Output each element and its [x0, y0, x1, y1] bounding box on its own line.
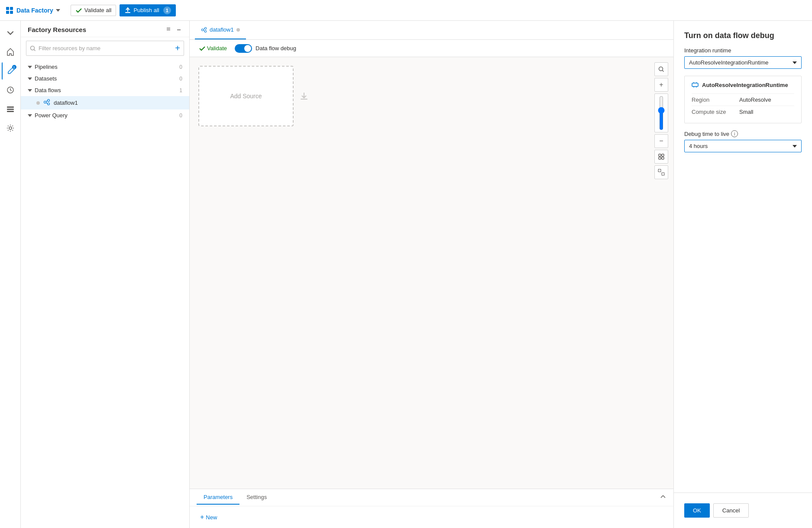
svg-point-18: [659, 67, 663, 71]
zoom-slider-container: [654, 93, 668, 132]
debug-panel-title: Turn on data flow debug: [674, 21, 812, 47]
svg-rect-8: [7, 111, 14, 112]
manage-icon: [6, 105, 15, 113]
settings-tab[interactable]: Settings: [239, 490, 274, 505]
publish-badge: 1: [163, 6, 171, 14]
right-panel-spacer: [674, 159, 812, 493]
integration-runtime-section: Integration runtime AutoResolveIntegrati…: [674, 47, 812, 76]
main-layout: 1 Factory Resources +: [0, 21, 812, 528]
svg-rect-6: [7, 106, 14, 108]
content-area: dataflow1 Validate Data flow debug: [190, 21, 673, 528]
powerquery-group-header[interactable]: Power Query 0: [21, 109, 189, 121]
fit-screen-icon: [658, 153, 665, 160]
canvas-select-btn[interactable]: [654, 165, 668, 179]
topbar: Data Factory Validate all Publish all 1: [0, 0, 812, 21]
sidebar-monitor-btn[interactable]: [2, 81, 19, 99]
collapse-icon: [165, 26, 172, 33]
canvas-zoom-out-btn[interactable]: −: [654, 134, 668, 148]
sidebar-expand-btn[interactable]: [2, 24, 19, 42]
svg-rect-7: [7, 109, 14, 110]
tab-unsaved-dot: [236, 28, 240, 32]
icon-sidebar: 1: [0, 21, 21, 528]
pipelines-group-header[interactable]: Pipelines 0: [21, 61, 189, 73]
svg-rect-19: [659, 154, 661, 156]
runtime-table: Region AutoResolve Compute size Small: [692, 93, 794, 118]
svg-rect-25: [692, 83, 698, 87]
datasets-group: Datasets 0: [21, 73, 189, 84]
svg-rect-24: [662, 173, 664, 175]
canvas-search-btn[interactable]: [654, 62, 668, 76]
add-source-box[interactable]: Add Source: [198, 66, 294, 126]
dataflow1-label: dataflow1: [54, 100, 78, 106]
powerquery-count: 0: [179, 113, 182, 119]
new-parameter-btn[interactable]: + New: [197, 512, 666, 523]
debug-ttl-select[interactable]: 1 hour 2 hours 4 hours 8 hours: [684, 140, 802, 152]
validate-btn[interactable]: Validate: [197, 43, 230, 53]
ok-button[interactable]: OK: [684, 503, 710, 518]
runtime-region-row: Region AutoResolve: [692, 94, 794, 106]
sidebar-settings-btn[interactable]: [2, 119, 19, 137]
powerquery-label: Power Query: [35, 112, 68, 119]
new-plus-icon: +: [200, 513, 204, 521]
app-chevron-icon: [56, 9, 60, 12]
add-source-label: Add Source: [230, 93, 262, 100]
canvas-toolbar: Validate Data flow debug: [190, 40, 673, 57]
canvas-area[interactable]: Add Source +: [190, 57, 673, 489]
arrow-down-icon: [299, 91, 309, 101]
bottom-panel-collapse-btn[interactable]: [660, 493, 666, 502]
datasets-group-header[interactable]: Datasets 0: [21, 73, 189, 84]
integration-runtime-select[interactable]: AutoResolveIntegrationRuntime: [684, 56, 802, 69]
dataflow1-item[interactable]: dataflow1: [21, 96, 189, 109]
search-bar: +: [26, 41, 184, 56]
canvas-search-icon: [658, 66, 665, 73]
dataflow1-tab-label: dataflow1: [210, 26, 234, 33]
home-icon: [6, 48, 15, 56]
tab-bar: dataflow1: [190, 21, 673, 40]
canvas-zoom-in-btn[interactable]: +: [654, 78, 668, 92]
add-resource-btn[interactable]: +: [175, 43, 180, 53]
sidebar-home-btn[interactable]: [2, 43, 19, 61]
zoom-out-icon: −: [659, 137, 663, 145]
sidebar-manage-btn[interactable]: [2, 100, 19, 118]
canvas-controls: + −: [654, 62, 668, 179]
datasets-expand-icon: [28, 77, 32, 80]
debug-ttl-section: Debug time to live i 1 hour 2 hours 4 ho…: [674, 130, 812, 159]
pipelines-label: Pipelines: [35, 64, 58, 70]
sidebar-author-btn[interactable]: 1: [2, 62, 19, 80]
debug-ttl-info-icon[interactable]: i: [731, 130, 738, 137]
resources-title: Factory Resources: [28, 26, 86, 33]
region-value: AutoResolve: [739, 94, 794, 106]
svg-rect-23: [658, 169, 661, 172]
svg-point-11: [44, 101, 46, 103]
minimize-panel-btn[interactable]: [175, 26, 182, 33]
region-label: Region: [692, 94, 739, 106]
integration-runtime-label: Integration runtime: [684, 47, 802, 54]
validate-all-button[interactable]: Validate all: [71, 5, 116, 16]
dataflows-group-header[interactable]: Data flows 1: [21, 84, 189, 96]
svg-rect-17: [301, 99, 307, 100]
app-title-btn[interactable]: Data Factory: [5, 6, 60, 15]
pipelines-group: Pipelines 0: [21, 61, 189, 73]
svg-point-13: [48, 103, 50, 105]
cancel-button[interactable]: Cancel: [713, 503, 749, 518]
svg-point-12: [48, 100, 50, 102]
dataflows-label: Data flows: [35, 87, 61, 93]
canvas-fit-btn[interactable]: [654, 150, 668, 164]
debug-toggle[interactable]: [235, 44, 252, 53]
dataflow-tab-icon: [201, 27, 207, 33]
minimize-icon: [175, 26, 182, 33]
zoom-slider[interactable]: [658, 96, 665, 130]
search-input[interactable]: [39, 45, 171, 52]
collapse-panel-btn[interactable]: [165, 26, 172, 33]
debug-ttl-label: Debug time to live: [684, 131, 729, 137]
svg-rect-0: [6, 7, 9, 10]
svg-rect-2: [6, 11, 9, 14]
publish-all-button[interactable]: Publish all 1: [120, 4, 175, 16]
datasets-label: Datasets: [35, 75, 57, 82]
validate-icon: [75, 7, 82, 14]
dataflows-count: 1: [179, 87, 182, 93]
svg-point-9: [9, 127, 12, 129]
debug-toggle-label: Data flow debug: [256, 45, 296, 52]
dataflow1-tab[interactable]: dataflow1: [195, 21, 246, 39]
parameters-tab[interactable]: Parameters: [197, 490, 239, 505]
